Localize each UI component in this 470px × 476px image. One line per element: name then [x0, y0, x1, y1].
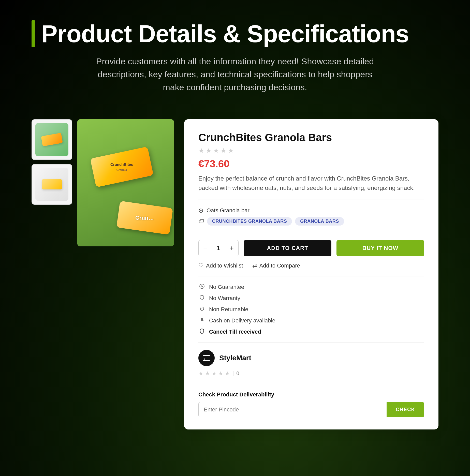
seller-star-1: ★ — [198, 370, 203, 377]
bar-package-1: CrunchBitesGranola — [90, 146, 154, 187]
seller-name: StyleMart — [219, 354, 251, 362]
title-accent-bar — [32, 20, 35, 47]
delivery-label: Check Product Deliverability — [198, 391, 424, 398]
compare-label: Add to Compare — [259, 262, 300, 269]
quantity-control: − 1 + — [198, 240, 239, 256]
page-title: Product Details & Specifications — [41, 20, 409, 47]
category-label: Oats Granola bar — [207, 207, 249, 214]
wishlist-label: Add to Wishlist — [206, 262, 243, 269]
quantity-cart-row: − 1 + ADD TO CART BUY IT NOW — [198, 240, 424, 256]
tag-icon: 🏷 — [198, 218, 204, 225]
seller-star-3: ★ — [212, 370, 217, 377]
main-product-image: CrunchBitesGranola Crun… — [77, 119, 174, 246]
seller-star-5: ★ — [225, 370, 230, 377]
page-title-wrapper: Product Details & Specifications — [32, 20, 438, 47]
divider-1 — [198, 200, 424, 200]
header-section: Product Details & Specifications Provide… — [32, 20, 438, 109]
product-description: Enjoy the perfect balance of crunch and … — [198, 174, 424, 192]
divider-2 — [198, 233, 424, 233]
category-icon: ⊛ — [198, 207, 203, 214]
features-list: No Guarantee No Warranty Non Returnable — [198, 284, 424, 335]
star-2: ★ — [206, 147, 212, 155]
image-column: CrunchBitesGranola Crun… — [32, 119, 174, 246]
thumb-image-1 — [35, 123, 68, 156]
tag-1[interactable]: CRUNCHBITES GRANOLA BARS — [207, 217, 292, 226]
star-5: ★ — [228, 147, 234, 155]
check-button[interactable]: CHECK — [387, 402, 424, 417]
divider-3 — [198, 276, 424, 276]
thumb-image-2 — [35, 168, 68, 201]
feature-cancel: Cancel Till received — [198, 328, 424, 335]
star-4: ★ — [221, 147, 226, 155]
feature-cash-delivery-text: Cash on Delivery available — [209, 317, 275, 324]
bar-package-2: Crun… — [116, 201, 173, 234]
pincode-input[interactable] — [198, 402, 387, 417]
add-to-compare-button[interactable]: ⇄ Add to Compare — [252, 262, 300, 269]
page-wrapper: Product Details & Specifications Provide… — [0, 0, 470, 476]
granola-illustration: CrunchBitesGranola Crun… — [77, 119, 174, 246]
compare-icon: ⇄ — [252, 262, 257, 269]
star-3: ★ — [213, 147, 219, 155]
feature-no-warranty: No Warranty — [198, 295, 424, 302]
seller-star-4: ★ — [218, 370, 223, 377]
divider-4 — [198, 343, 424, 343]
cancel-icon — [198, 328, 205, 335]
wishlist-compare-row: ♡ Add to Wishlist ⇄ Add to Compare — [198, 262, 424, 269]
cash-icon — [198, 317, 205, 324]
add-to-wishlist-button[interactable]: ♡ Add to Wishlist — [198, 262, 243, 269]
add-to-cart-button[interactable]: ADD TO CART — [244, 240, 331, 256]
thumbnail-1[interactable] — [32, 119, 72, 160]
product-detail-card: CrunchBites Granola Bars ★ ★ ★ ★ ★ €73.6… — [184, 119, 438, 429]
seller-separator: | — [232, 370, 234, 376]
seller-star-2: ★ — [205, 370, 210, 377]
rating-row: ★ ★ ★ ★ ★ — [198, 147, 424, 155]
product-price: €73.60 — [198, 158, 424, 170]
seller-section: StyleMart ★ ★ ★ ★ ★ | 0 — [198, 350, 424, 377]
feature-non-returnable: Non Returnable — [198, 306, 424, 313]
guarantee-icon — [198, 284, 205, 291]
product-section: CrunchBitesGranola Crun… CrunchBites Gra… — [32, 119, 438, 429]
delivery-check-section: Check Product Deliverability CHECK — [198, 391, 424, 417]
category-row: ⊛ Oats Granola bar — [198, 207, 424, 214]
return-icon — [198, 306, 205, 313]
warranty-icon — [198, 295, 205, 302]
seller-rating-row: ★ ★ ★ ★ ★ | 0 — [198, 370, 239, 377]
product-name: CrunchBites Granola Bars — [198, 131, 424, 144]
heart-icon: ♡ — [198, 262, 203, 269]
divider-5 — [198, 384, 424, 384]
feature-cancel-text: Cancel Till received — [209, 329, 261, 335]
page-subtitle: Provide customers with all the informati… — [95, 55, 375, 94]
quantity-decrease-button[interactable]: − — [199, 240, 212, 256]
feature-no-guarantee: No Guarantee — [198, 284, 424, 291]
star-1: ★ — [198, 147, 204, 155]
svg-point-4 — [204, 359, 205, 360]
quantity-value: 1 — [212, 240, 225, 256]
seller-avatar — [198, 350, 215, 366]
feature-no-warranty-text: No Warranty — [209, 295, 240, 302]
svg-rect-3 — [203, 355, 210, 361]
pincode-row: CHECK — [198, 402, 424, 417]
feature-non-returnable-text: Non Returnable — [209, 306, 248, 313]
feature-cash-on-delivery: Cash on Delivery available — [198, 317, 424, 324]
quantity-increase-button[interactable]: + — [225, 240, 238, 256]
thumbnail-2[interactable] — [32, 164, 72, 205]
thumbnails-column — [32, 119, 72, 246]
seller-review-count: 0 — [236, 370, 239, 376]
seller-row: StyleMart — [198, 350, 251, 366]
feature-no-guarantee-text: No Guarantee — [209, 284, 244, 290]
buy-now-button[interactable]: BUY IT NOW — [336, 240, 424, 256]
tag-2[interactable]: GRANOLA BARS — [295, 217, 344, 226]
tags-row: 🏷 CRUNCHBITES GRANOLA BARS GRANOLA BARS — [198, 217, 424, 226]
